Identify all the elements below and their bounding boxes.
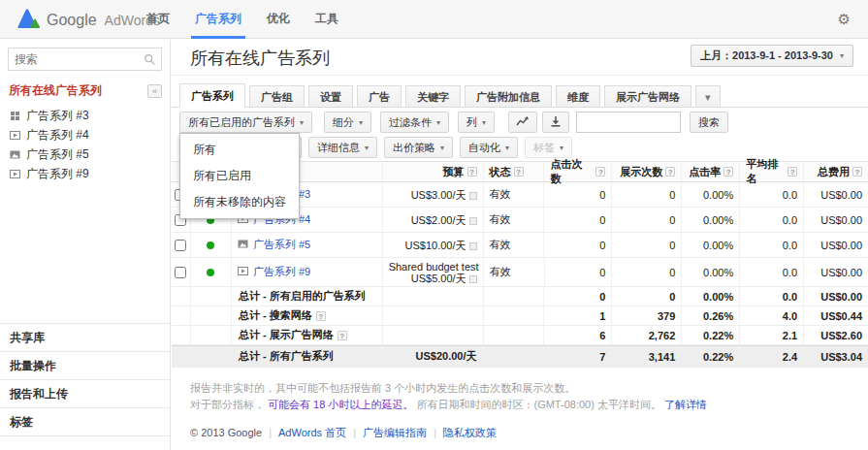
- row-metric-cell: 0: [612, 258, 682, 286]
- help-icon[interactable]: ?: [852, 167, 862, 177]
- tab-ad-extensions[interactable]: 广告附加信息: [465, 85, 552, 108]
- row-checkbox[interactable]: [175, 240, 186, 251]
- tab-ads[interactable]: 广告: [357, 85, 402, 108]
- row-metric-cell: 0.0: [740, 208, 804, 232]
- tab-dimensions[interactable]: 维度: [556, 85, 600, 108]
- campaign-link[interactable]: 广告系列 #5: [253, 238, 310, 252]
- sidebar-campaign-item[interactable]: 广告系列 #4: [10, 125, 170, 145]
- row-checkbox[interactable]: [175, 267, 186, 278]
- row-metric-cell: 0.00%: [682, 258, 740, 286]
- help-icon[interactable]: ?: [316, 311, 326, 321]
- filter-menu-item-all-enabled[interactable]: 所有已启用: [180, 163, 299, 189]
- summary-metric-cell: 0: [612, 287, 682, 305]
- columns-button[interactable]: 列▾: [458, 112, 495, 133]
- labels-button-label: 标签: [533, 141, 555, 155]
- budget-value: Shared budget testUS$5.00/天: [389, 261, 477, 284]
- help-icon[interactable]: ?: [595, 167, 605, 177]
- campaign-link[interactable]: 广告系列 #9: [253, 265, 310, 279]
- sidebar-collapse-button[interactable]: «: [147, 84, 162, 98]
- help-icon[interactable]: ?: [723, 167, 733, 177]
- sidebar-item-reports-uploads[interactable]: 报告和上传: [0, 379, 170, 407]
- help-icon[interactable]: ?: [514, 167, 524, 177]
- privacy-policy-link[interactable]: 隐私权政策: [443, 427, 497, 438]
- table-search-button[interactable]: 搜索: [690, 112, 728, 133]
- summary-label-cell: 总计 - 搜索网络?: [232, 306, 383, 325]
- row-budget-cell: US$2.00/天: [383, 208, 484, 232]
- row-status-dot-cell: [191, 258, 232, 286]
- summary-row: 总计 - 所有广告系列US$20.00/天73,1410.22%2.4US$3.…: [172, 345, 868, 368]
- video-campaign-icon: [10, 169, 20, 179]
- chart-button[interactable]: [508, 112, 537, 133]
- help-icon[interactable]: ?: [467, 167, 477, 177]
- chevron-down-icon: ▾: [359, 118, 363, 127]
- adwords-home-link[interactable]: AdWords 首页: [278, 427, 346, 438]
- tab-keywords[interactable]: 关键字: [405, 85, 461, 108]
- sidebar-campaign-item[interactable]: 广告系列 #3: [10, 106, 170, 125]
- summary-empty-cell: [191, 326, 232, 344]
- row-metric-cell: 0.00%: [682, 182, 740, 207]
- budget-edit-icon[interactable]: [469, 275, 477, 283]
- delay-details-link[interactable]: 可能会有 18 小时以上的延迟。: [268, 399, 413, 410]
- tab-display-network[interactable]: 展示广告网络: [604, 85, 691, 108]
- row-checkbox-cell: [172, 233, 191, 257]
- nav-item-tools[interactable]: 工具: [303, 0, 351, 39]
- summary-budget-cell: [383, 326, 484, 344]
- filter-condition-button[interactable]: 过滤条件▾: [380, 112, 449, 133]
- video-campaign-icon: [238, 266, 248, 278]
- tab-ad-groups[interactable]: 广告组: [249, 85, 305, 108]
- row-metric-cell: 0.0: [740, 182, 804, 207]
- sidebar-campaign-label: 广告系列 #4: [26, 127, 89, 144]
- sidebar-campaign-item[interactable]: 广告系列 #9: [10, 164, 170, 183]
- labels-button[interactable]: 标签▾: [525, 137, 572, 158]
- summary-budget-cell: [383, 287, 484, 305]
- sidebar-item-labels[interactable]: 标签: [0, 407, 170, 435]
- help-icon[interactable]: ?: [788, 167, 797, 177]
- help-icon[interactable]: ?: [665, 167, 675, 177]
- row-metric-cell: US$0.00: [804, 208, 868, 232]
- summary-metric-cell: 4.0: [740, 306, 804, 325]
- table-search-input[interactable]: [576, 112, 681, 133]
- header-clicks-cell: 点击次数?: [544, 162, 612, 181]
- summary-metric-cell: US$3.04: [804, 346, 868, 367]
- ad-editing-guide-link[interactable]: 广告编辑指南: [363, 427, 427, 438]
- row-budget-cell: US$3.00/天: [383, 182, 484, 207]
- chevron-down-icon: ▾: [482, 118, 486, 127]
- budget-value: US$10.00/天: [389, 240, 477, 251]
- gear-icon[interactable]: ⚙: [838, 11, 851, 28]
- segment-button[interactable]: 细分▾: [324, 112, 371, 133]
- row-metric-cell: 0: [612, 208, 682, 232]
- summary-empty-cell: [172, 346, 191, 367]
- sidebar-item-shared-library[interactable]: 共享库: [0, 323, 170, 351]
- sidebar-item-all-video-campaigns[interactable]: 所有视频广告系列: [0, 435, 170, 450]
- budget-edit-icon[interactable]: [469, 242, 477, 250]
- nav-item-optimize[interactable]: 优化: [254, 0, 303, 39]
- budget-amount: US$5.00/天: [389, 273, 477, 284]
- row-status-dot-cell: [191, 233, 232, 257]
- tab-settings[interactable]: 设置: [308, 85, 353, 108]
- filter-menu-item-all[interactable]: 所有: [180, 137, 299, 163]
- toolbar-buttons: 细分▾过滤条件▾列▾: [312, 112, 495, 133]
- budget-edit-icon[interactable]: [469, 217, 477, 225]
- filter-menu-item-all-but-removed[interactable]: 所有未移除的内容: [180, 189, 299, 215]
- learn-more-link[interactable]: 了解详情: [664, 399, 707, 410]
- tab-more[interactable]: ▾: [695, 85, 721, 108]
- date-range-button[interactable]: 上月：2013-9-1 - 2013-9-30 ▾: [691, 45, 853, 67]
- help-icon[interactable]: ?: [338, 331, 347, 340]
- bid-strategy-button[interactable]: 出价策略▾: [384, 137, 453, 158]
- nav-item-home[interactable]: 首页: [134, 0, 182, 39]
- nav-item-campaigns[interactable]: 广告系列: [182, 0, 254, 39]
- all-online-campaigns-link[interactable]: 所有在线广告系列: [9, 82, 102, 99]
- details-button[interactable]: 详细信息▾: [308, 137, 377, 158]
- download-button[interactable]: [542, 112, 569, 133]
- sidebar-item-bulk-operations[interactable]: 批量操作: [0, 351, 170, 379]
- summary-status-cell: [484, 287, 545, 305]
- summary-status-cell: [484, 306, 545, 325]
- automate-button[interactable]: 自动化▾: [460, 137, 518, 158]
- budget-value: US$2.00/天: [389, 214, 477, 226]
- sidebar-campaign-item[interactable]: 广告系列 #5: [10, 145, 170, 164]
- tab-campaigns[interactable]: 广告系列: [179, 83, 245, 108]
- sidebar-search-input[interactable]: [9, 48, 145, 70]
- row-metric-cell: 0.00%: [682, 233, 740, 257]
- budget-edit-icon[interactable]: [469, 192, 477, 200]
- campaign-filter-dropdown-button[interactable]: 所有已启用的广告系列 ▾: [179, 112, 312, 133]
